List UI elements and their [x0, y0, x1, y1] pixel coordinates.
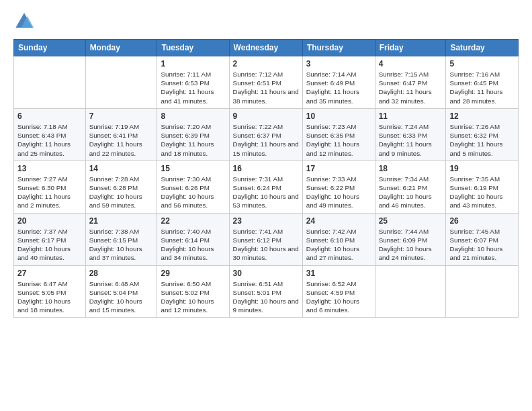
logo [13, 11, 38, 32]
day-info: Sunrise: 7:11 AM Sunset: 6:53 PM Dayligh… [161, 71, 214, 105]
day-cell: 30Sunrise: 6:51 AM Sunset: 5:01 PM Dayli… [229, 265, 302, 318]
day-info: Sunrise: 7:33 AM Sunset: 6:22 PM Dayligh… [306, 175, 359, 210]
day-info: Sunrise: 7:30 AM Sunset: 6:26 PM Dayligh… [161, 175, 214, 210]
day-info: Sunrise: 7:35 AM Sunset: 6:19 PM Dayligh… [449, 175, 502, 210]
day-cell: 15Sunrise: 7:30 AM Sunset: 6:26 PM Dayli… [157, 161, 229, 213]
weekday-header-friday: Friday [375, 40, 446, 56]
day-cell: 16Sunrise: 7:31 AM Sunset: 6:24 PM Dayli… [229, 161, 302, 213]
weekday-header-sunday: Sunday [14, 40, 86, 56]
day-cell: 7Sunrise: 7:19 AM Sunset: 6:41 PM Daylig… [85, 108, 157, 161]
day-cell: 24Sunrise: 7:42 AM Sunset: 6:10 PM Dayli… [302, 213, 375, 265]
day-number: 28 [89, 269, 154, 278]
day-cell: 22Sunrise: 7:40 AM Sunset: 6:14 PM Dayli… [157, 213, 229, 265]
weekday-header-row: SundayMondayTuesdayWednesdayThursdayFrid… [14, 40, 519, 56]
day-info: Sunrise: 7:22 AM Sunset: 6:37 PM Dayligh… [233, 123, 299, 157]
day-cell [85, 56, 157, 109]
day-number: 12 [449, 111, 515, 121]
day-info: Sunrise: 7:19 AM Sunset: 6:41 PM Dayligh… [89, 123, 142, 157]
day-cell: 10Sunrise: 7:23 AM Sunset: 6:35 PM Dayli… [302, 108, 375, 161]
day-number: 8 [161, 111, 225, 121]
day-number: 2 [233, 59, 299, 68]
day-number: 30 [233, 269, 299, 278]
day-cell: 13Sunrise: 7:27 AM Sunset: 6:30 PM Dayli… [14, 161, 86, 213]
day-number: 4 [379, 59, 443, 68]
day-number: 17 [306, 164, 371, 173]
day-info: Sunrise: 7:45 AM Sunset: 6:07 PM Dayligh… [449, 228, 502, 262]
day-number: 31 [306, 269, 371, 278]
day-cell: 19Sunrise: 7:35 AM Sunset: 6:19 PM Dayli… [446, 161, 519, 213]
day-number: 21 [89, 216, 154, 226]
day-cell: 1Sunrise: 7:11 AM Sunset: 6:53 PM Daylig… [157, 56, 229, 109]
day-number: 24 [306, 216, 371, 226]
day-cell: 21Sunrise: 7:38 AM Sunset: 6:15 PM Dayli… [85, 213, 157, 265]
day-number: 6 [17, 111, 82, 121]
day-info: Sunrise: 6:48 AM Sunset: 5:04 PM Dayligh… [89, 280, 142, 314]
day-cell: 5Sunrise: 7:16 AM Sunset: 6:45 PM Daylig… [446, 56, 519, 109]
day-info: Sunrise: 7:34 AM Sunset: 6:21 PM Dayligh… [379, 175, 432, 210]
day-number: 3 [306, 59, 371, 68]
day-cell: 28Sunrise: 6:48 AM Sunset: 5:04 PM Dayli… [85, 265, 157, 318]
weekday-header-monday: Monday [85, 40, 157, 56]
day-cell: 2Sunrise: 7:12 AM Sunset: 6:51 PM Daylig… [229, 56, 302, 109]
weekday-header-saturday: Saturday [446, 40, 519, 56]
day-info: Sunrise: 7:27 AM Sunset: 6:30 PM Dayligh… [17, 175, 71, 210]
day-cell [375, 265, 446, 318]
day-number: 14 [89, 164, 154, 173]
week-row-1: 1Sunrise: 7:11 AM Sunset: 6:53 PM Daylig… [14, 56, 519, 109]
day-info: Sunrise: 6:47 AM Sunset: 5:05 PM Dayligh… [17, 280, 71, 314]
day-number: 16 [233, 164, 299, 173]
day-number: 22 [161, 216, 225, 226]
day-cell: 9Sunrise: 7:22 AM Sunset: 6:37 PM Daylig… [229, 108, 302, 161]
day-cell: 20Sunrise: 7:37 AM Sunset: 6:17 PM Dayli… [14, 213, 86, 265]
day-number: 29 [161, 269, 225, 278]
day-info: Sunrise: 7:12 AM Sunset: 6:51 PM Dayligh… [233, 71, 299, 105]
day-info: Sunrise: 7:28 AM Sunset: 6:28 PM Dayligh… [89, 175, 142, 210]
day-number: 18 [379, 164, 443, 173]
day-cell: 18Sunrise: 7:34 AM Sunset: 6:21 PM Dayli… [375, 161, 446, 213]
week-row-2: 6Sunrise: 7:18 AM Sunset: 6:43 PM Daylig… [14, 108, 519, 161]
page-header [13, 11, 519, 32]
weekday-header-wednesday: Wednesday [229, 40, 302, 56]
day-cell: 17Sunrise: 7:33 AM Sunset: 6:22 PM Dayli… [302, 161, 375, 213]
day-cell: 26Sunrise: 7:45 AM Sunset: 6:07 PM Dayli… [446, 213, 519, 265]
day-info: Sunrise: 6:52 AM Sunset: 4:59 PM Dayligh… [306, 280, 359, 314]
day-info: Sunrise: 7:38 AM Sunset: 6:15 PM Dayligh… [89, 228, 142, 262]
week-row-4: 20Sunrise: 7:37 AM Sunset: 6:17 PM Dayli… [14, 213, 519, 265]
day-cell: 27Sunrise: 6:47 AM Sunset: 5:05 PM Dayli… [14, 265, 86, 318]
day-cell: 31Sunrise: 6:52 AM Sunset: 4:59 PM Dayli… [302, 265, 375, 318]
day-info: Sunrise: 7:42 AM Sunset: 6:10 PM Dayligh… [306, 228, 359, 262]
day-number: 7 [89, 111, 154, 121]
day-cell: 6Sunrise: 7:18 AM Sunset: 6:43 PM Daylig… [14, 108, 86, 161]
day-cell: 25Sunrise: 7:44 AM Sunset: 6:09 PM Dayli… [375, 213, 446, 265]
day-cell: 29Sunrise: 6:50 AM Sunset: 5:02 PM Dayli… [157, 265, 229, 318]
day-number: 25 [379, 216, 443, 226]
day-number: 1 [161, 59, 225, 68]
weekday-header-tuesday: Tuesday [157, 40, 229, 56]
day-info: Sunrise: 7:44 AM Sunset: 6:09 PM Dayligh… [379, 228, 432, 262]
day-number: 27 [17, 269, 82, 278]
day-info: Sunrise: 7:24 AM Sunset: 6:33 PM Dayligh… [379, 123, 432, 157]
day-cell: 4Sunrise: 7:15 AM Sunset: 6:47 PM Daylig… [375, 56, 446, 109]
day-info: Sunrise: 7:14 AM Sunset: 6:49 PM Dayligh… [306, 71, 359, 105]
day-info: Sunrise: 7:37 AM Sunset: 6:17 PM Dayligh… [17, 228, 71, 262]
day-info: Sunrise: 7:15 AM Sunset: 6:47 PM Dayligh… [379, 71, 432, 105]
day-cell: 3Sunrise: 7:14 AM Sunset: 6:49 PM Daylig… [302, 56, 375, 109]
day-cell: 11Sunrise: 7:24 AM Sunset: 6:33 PM Dayli… [375, 108, 446, 161]
day-cell [14, 56, 86, 109]
calendar-table: SundayMondayTuesdayWednesdayThursdayFrid… [13, 39, 519, 318]
day-number: 9 [233, 111, 299, 121]
day-info: Sunrise: 7:26 AM Sunset: 6:32 PM Dayligh… [449, 123, 502, 157]
day-number: 13 [17, 164, 82, 173]
day-info: Sunrise: 7:18 AM Sunset: 6:43 PM Dayligh… [17, 123, 71, 157]
day-info: Sunrise: 6:51 AM Sunset: 5:01 PM Dayligh… [233, 280, 299, 314]
day-info: Sunrise: 7:31 AM Sunset: 6:24 PM Dayligh… [233, 175, 299, 210]
day-number: 26 [449, 216, 515, 226]
day-cell: 14Sunrise: 7:28 AM Sunset: 6:28 PM Dayli… [85, 161, 157, 213]
day-number: 23 [233, 216, 299, 226]
day-info: Sunrise: 7:16 AM Sunset: 6:45 PM Dayligh… [449, 71, 502, 105]
day-info: Sunrise: 7:20 AM Sunset: 6:39 PM Dayligh… [161, 123, 214, 157]
day-number: 20 [17, 216, 82, 226]
day-number: 10 [306, 111, 371, 121]
weekday-header-thursday: Thursday [302, 40, 375, 56]
day-info: Sunrise: 7:23 AM Sunset: 6:35 PM Dayligh… [306, 123, 359, 157]
